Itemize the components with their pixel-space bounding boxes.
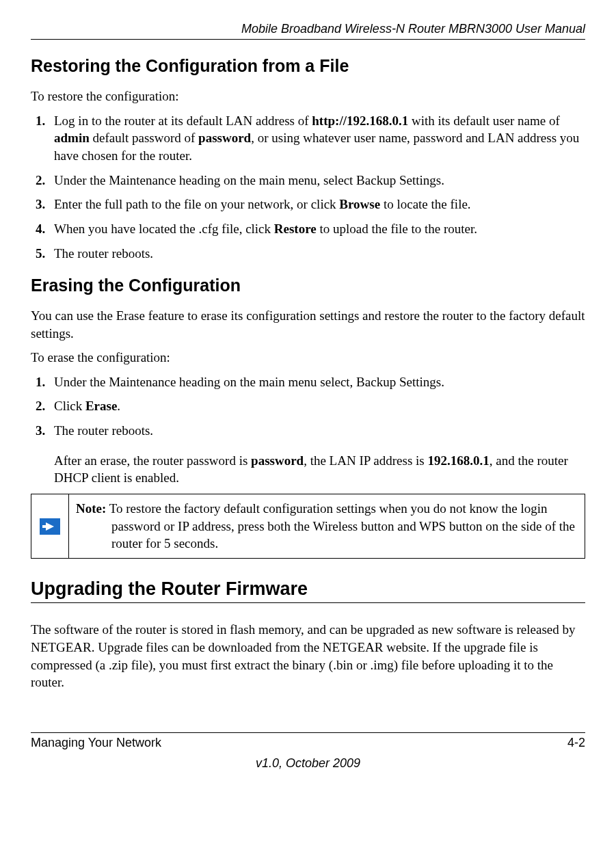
restore-step-4: When you have located the .cfg file, cli… [49, 220, 585, 238]
erase-step-2: Click Erase. [49, 397, 585, 415]
text: . [117, 399, 120, 413]
text: to locate the file. [380, 197, 470, 211]
text: After an erase, the router password is [54, 453, 251, 468]
text: Click [54, 399, 85, 413]
footer-section: Managing Your Network [31, 734, 161, 751]
upgrade-para: The software of the router is stored in … [31, 621, 585, 691]
note-icon-cell [31, 494, 69, 558]
text: to upload the file to the router. [317, 222, 477, 236]
restore-label: Restore [274, 222, 317, 236]
note-body: To restore the factory default configura… [106, 501, 575, 550]
password: password [198, 131, 251, 145]
browse-label: Browse [339, 197, 380, 211]
restore-step-1: Log in to the router at its default LAN … [49, 112, 585, 165]
note-text: Note: To restore the factory default con… [69, 494, 585, 558]
erase-label: Erase [85, 399, 117, 413]
page-number: 4-2 [567, 734, 585, 751]
restore-steps: Log in to the router at its default LAN … [31, 112, 585, 262]
restore-step-5: The router reboots. [49, 245, 585, 263]
erase-step-1: Under the Maintenance heading on the mai… [49, 373, 585, 391]
heading-upgrade-firmware: Upgrading the Router Firmware [31, 576, 585, 603]
url: http://192.168.0.1 [312, 114, 408, 128]
text: Log in to the router at its default LAN … [54, 114, 312, 128]
note-label: Note: [76, 501, 106, 516]
restore-step-2: Under the Maintenance heading on the mai… [49, 172, 585, 189]
text: with its default user name of [408, 114, 560, 128]
erase-intro: To erase the configuration: [31, 349, 585, 367]
heading-restore-config: Restoring the Configuration from a File [31, 55, 585, 78]
text: Enter the full path to the file on your … [54, 197, 339, 211]
erase-step-3: The router reboots. [49, 422, 585, 440]
password-value: password [251, 453, 304, 468]
text: default password of [90, 131, 198, 145]
lan-ip: 192.168.0.1 [428, 453, 490, 468]
erase-steps: Under the Maintenance heading on the mai… [31, 373, 585, 440]
restore-step-3: Enter the full path to the file on your … [49, 196, 585, 213]
footer-version: v1.0, October 2009 [31, 755, 585, 771]
heading-erase-config: Erasing the Configuration [31, 274, 585, 297]
note-box: Note: To restore the factory default con… [31, 494, 585, 559]
after-erase-text: After an erase, the router password is p… [54, 452, 585, 487]
arrow-right-icon [40, 518, 60, 535]
page-footer: Managing Your Network 4-2 v1.0, October … [31, 732, 585, 772]
text: , the LAN IP address is [304, 453, 427, 468]
username: admin [54, 131, 90, 145]
running-header: Mobile Broadband Wireless-N Router MBRN3… [31, 21, 585, 40]
erase-para: You can use the Erase feature to erase i… [31, 307, 585, 342]
restore-intro: To restore the configuration: [31, 88, 585, 105]
text: When you have located the .cfg file, cli… [54, 222, 274, 236]
